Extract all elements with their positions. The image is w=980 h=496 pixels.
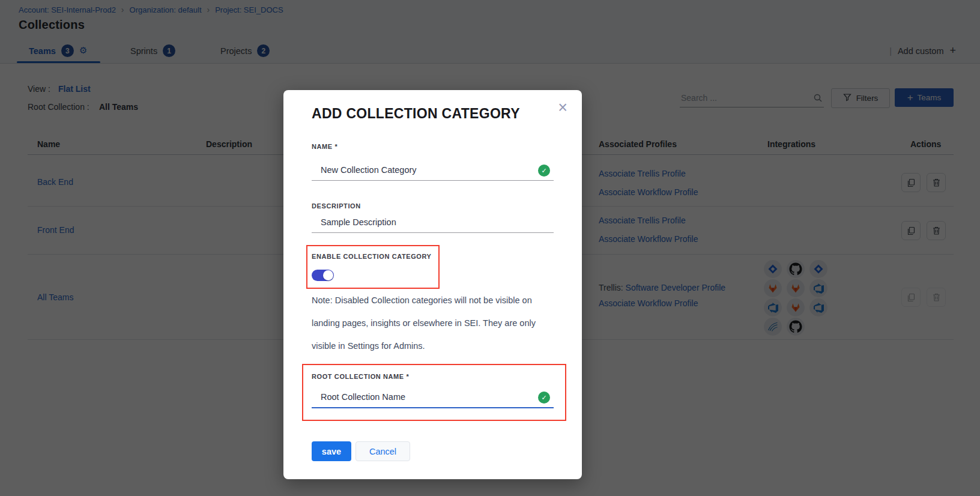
enable-collection-category-toggle[interactable] [312,270,334,281]
name-label: NAME * [312,143,337,150]
valid-check-icon: ✓ [538,392,550,404]
highlight-box-enable-toggle [306,245,440,289]
app-canvas: Account: SEI-Internal-Prod2 › Organizati… [0,0,980,496]
close-icon[interactable]: × [558,100,567,116]
toggle-knob [323,270,333,280]
root-collection-name-input[interactable] [319,392,526,402]
dialog-title: ADD COLLECTION CATEGORY [312,106,520,122]
description-label: DESCRIPTION [312,202,361,210]
add-collection-category-dialog: ADD COLLECTION CATEGORY × NAME * ✓ DESCR… [283,90,582,479]
save-button[interactable]: save [312,441,351,461]
name-input[interactable] [319,165,526,175]
description-field [312,213,554,233]
cancel-button[interactable]: Cancel [355,441,410,461]
description-input[interactable] [319,217,526,228]
name-field [312,161,554,181]
disabled-note-text: Note: Disabled Collection categories wil… [312,289,547,357]
valid-check-icon: ✓ [538,165,550,177]
root-collection-name-field [312,388,554,408]
root-collection-name-label: ROOT COLLECTION NAME * [312,373,409,380]
enable-collection-category-label: ENABLE COLLECTION CATEGORY [312,253,432,260]
